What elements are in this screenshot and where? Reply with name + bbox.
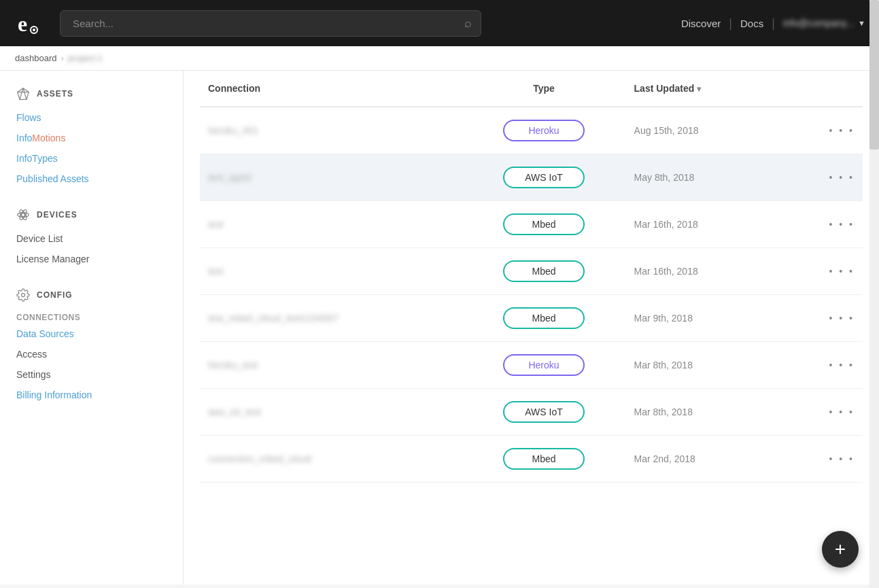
connection-name-cell: test_agnt1: [200, 154, 462, 201]
table-container: Connection Type Last Updated ▾ heroku_00…: [184, 71, 879, 483]
user-chevron-icon: ▼: [858, 19, 865, 27]
breadcrumb: dashboard › project-1: [0, 46, 879, 71]
row-actions[interactable]: • • •: [821, 436, 863, 483]
connection-name: test: [208, 219, 224, 230]
col-last-updated-header[interactable]: Last Updated ▾: [626, 71, 821, 107]
table-row: test_agnt1AWS IoTMay 8th, 2018• • •: [200, 154, 863, 201]
sidebar-item-data-sources[interactable]: Data Sources: [0, 324, 183, 344]
sidebar-connections-sublabel: Connections: [0, 309, 183, 324]
search-input[interactable]: [60, 10, 481, 37]
type-badge: AWS IoT: [503, 167, 585, 188]
gear-icon: [16, 288, 30, 302]
sidebar-item-published-assets[interactable]: Published Assets: [0, 169, 183, 189]
type-badge: Mbed: [503, 260, 585, 282]
sidebar-section-assets-title: ASSETS: [0, 87, 183, 107]
date-cell: Mar 9th, 2018: [626, 295, 821, 342]
row-actions[interactable]: • • •: [821, 389, 863, 436]
row-actions[interactable]: • • •: [821, 342, 863, 389]
sidebar-item-license-manager[interactable]: License Manager: [0, 249, 183, 269]
connection-name-cell: heroku_test: [200, 342, 462, 389]
connection-name: heroku_001: [208, 125, 258, 136]
type-badge: AWS IoT: [503, 401, 585, 423]
row-actions[interactable]: • • •: [821, 295, 863, 342]
date-cell: Mar 16th, 2018: [626, 248, 821, 295]
connection-name: test_agnt1: [208, 172, 252, 183]
type-badge: Heroku: [503, 354, 585, 376]
sidebar-item-settings[interactable]: Settings: [0, 364, 183, 385]
sidebar-item-device-list[interactable]: Device List: [0, 228, 183, 249]
type-cell: Mbed: [462, 201, 625, 248]
connection-name-cell: connection_mbed_cloud: [200, 436, 462, 483]
row-actions[interactable]: • • •: [821, 201, 863, 248]
sidebar: ASSETS Flows InfoMotions InfoTypes Publi…: [0, 71, 184, 585]
main-layout: ASSETS Flows InfoMotions InfoTypes Publi…: [0, 71, 879, 585]
sidebar-section-config-title: CONFIG: [0, 288, 183, 309]
table-row: aws_iot_testAWS IoTMar 8th, 2018• • •: [200, 389, 863, 436]
connection-name: test: [208, 266, 224, 277]
col-type-header[interactable]: Type: [462, 71, 625, 107]
connection-name: test_mbed_cloud_test1234567: [208, 313, 338, 324]
table-row: testMbedMar 16th, 2018• • •: [200, 248, 863, 295]
date-cell: Mar 2nd, 2018: [626, 436, 821, 483]
sidebar-item-billing[interactable]: Billing Information: [0, 385, 183, 405]
sidebar-section-devices: DEVICES Device List License Manager: [0, 208, 183, 269]
connection-name-cell: test: [200, 248, 462, 295]
scrollbar-track[interactable]: [869, 0, 879, 585]
sidebar-item-flows[interactable]: Flows: [0, 107, 183, 128]
type-badge: Mbed: [503, 307, 585, 329]
sidebar-section-assets: ASSETS Flows InfoMotions InfoTypes Publi…: [0, 87, 183, 189]
sidebar-item-access[interactable]: Access: [0, 344, 183, 364]
type-badge: Mbed: [503, 448, 585, 470]
diamond-icon: [16, 87, 30, 101]
logo[interactable]: e: [14, 7, 46, 39]
type-cell: Heroku: [462, 342, 625, 389]
type-cell: Heroku: [462, 107, 625, 154]
sidebar-item-infotypes[interactable]: InfoTypes: [0, 148, 183, 169]
connection-name-cell: test: [200, 201, 462, 248]
nav-discover-link[interactable]: Discover: [681, 18, 721, 29]
svg-point-12: [22, 294, 25, 297]
connection-name-cell: aws_iot_test: [200, 389, 462, 436]
row-actions[interactable]: • • •: [821, 107, 863, 154]
date-cell: Mar 8th, 2018: [626, 342, 821, 389]
date-cell: May 8th, 2018: [626, 154, 821, 201]
row-actions[interactable]: • • •: [821, 154, 863, 201]
svg-point-8: [22, 213, 25, 217]
svg-marker-4: [18, 88, 29, 100]
search-container: ⌕: [60, 10, 481, 37]
type-cell: Mbed: [462, 436, 625, 483]
scrollbar-thumb[interactable]: [869, 0, 879, 150]
date-cell: Mar 16th, 2018: [626, 201, 821, 248]
connection-name: connection_mbed_cloud: [208, 453, 311, 464]
connection-name: heroku_test: [208, 360, 258, 370]
type-cell: AWS IoT: [462, 154, 625, 201]
date-cell: Mar 8th, 2018: [626, 389, 821, 436]
breadcrumb-project: project-1: [68, 53, 103, 63]
date-cell: Aug 15th, 2018: [626, 107, 821, 154]
nav-links: Discover | Docs | info@company... ▼: [681, 16, 865, 31]
nav-divider-1: |: [729, 16, 732, 31]
type-cell: Mbed: [462, 295, 625, 342]
add-fab-button[interactable]: +: [822, 531, 859, 568]
table-row: testMbedMar 16th, 2018• • •: [200, 201, 863, 248]
type-cell: AWS IoT: [462, 389, 625, 436]
table-row: test_mbed_cloud_test1234567MbedMar 9th, …: [200, 295, 863, 342]
sidebar-item-infomotions[interactable]: InfoMotions: [0, 128, 183, 148]
type-badge: Mbed: [503, 213, 585, 235]
atom-icon: [16, 208, 30, 222]
connection-name-cell: heroku_001: [200, 107, 462, 154]
row-actions[interactable]: • • •: [821, 248, 863, 295]
col-connection-header[interactable]: Connection: [200, 71, 462, 107]
nav-docs-link[interactable]: Docs: [740, 18, 763, 29]
breadcrumb-sep: ›: [61, 53, 63, 63]
user-menu[interactable]: info@company... ▼: [783, 18, 865, 29]
username-label: info@company...: [783, 18, 854, 29]
table-row: heroku_001HerokuAug 15th, 2018• • •: [200, 107, 863, 154]
sort-icon: ▾: [697, 84, 701, 94]
table-header-row: Connection Type Last Updated ▾: [200, 71, 863, 107]
type-cell: Mbed: [462, 248, 625, 295]
table-row: connection_mbed_cloudMbedMar 2nd, 2018• …: [200, 436, 863, 483]
nav-divider-2: |: [772, 16, 775, 31]
breadcrumb-dashboard[interactable]: dashboard: [15, 53, 56, 63]
svg-point-3: [33, 29, 35, 31]
